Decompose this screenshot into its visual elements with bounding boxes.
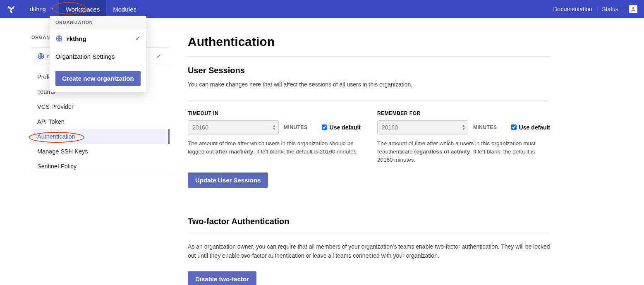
- timeout-unit: MINUTES: [284, 125, 308, 130]
- sidebar-item-api-token[interactable]: API Token: [31, 114, 170, 129]
- org-switcher-label: rkthng: [30, 6, 46, 12]
- sidebar-item-authentication[interactable]: Authentication: [31, 129, 170, 144]
- update-user-sessions-button[interactable]: Update User Sessions: [188, 172, 268, 188]
- timeout-use-default[interactable]: Use default: [322, 124, 361, 131]
- two-factor-intro: As an organization owner, you can requir…: [188, 242, 550, 260]
- remember-use-default[interactable]: Use default: [511, 124, 550, 131]
- sidebar-item-sentinel-policy[interactable]: Sentinel Policy: [31, 159, 170, 174]
- divider: [188, 234, 550, 234]
- remember-input[interactable]: [377, 120, 468, 134]
- org-dropdown-item-label: rkthng: [67, 35, 86, 42]
- create-new-organization-button[interactable]: Create new organization: [55, 71, 141, 86]
- timeout-help: The amount of time after which users in …: [188, 139, 361, 156]
- terraform-logo-icon[interactable]: [7, 4, 17, 14]
- remember-unit: MINUTES: [473, 125, 497, 130]
- check-icon: ✓: [135, 35, 141, 42]
- timeout-field: TIMEOUT IN ▲▼ MINUTES Use default The am…: [188, 110, 361, 165]
- org-dropdown-header: ORGANIZATION: [50, 16, 146, 29]
- user-sessions-intro: You can make changes here that will affe…: [188, 80, 550, 89]
- sidebar-item-manage-ssh-keys[interactable]: Manage SSH Keys: [31, 144, 170, 159]
- org-dropdown-create-action: Create new organization: [50, 65, 146, 92]
- stepper-icon[interactable]: ▲▼: [462, 124, 466, 131]
- sidebar-org-label: r: [47, 53, 49, 60]
- divider: [188, 56, 550, 57]
- main-content: Authentication User Sessions You can mak…: [170, 18, 567, 285]
- sidebar-item-vcs-provider[interactable]: VCS Provider: [31, 99, 170, 114]
- org-dropdown-item-rkthng[interactable]: rkthng ✓: [50, 29, 146, 48]
- nav-separator: |: [596, 6, 598, 12]
- two-factor-section: Two-factor Authentication As an organiza…: [188, 217, 550, 285]
- nav-link-status[interactable]: Status: [602, 6, 618, 12]
- timeout-input[interactable]: [188, 120, 279, 134]
- org-dropdown: ORGANIZATION rkthng ✓ Organization Setti…: [50, 16, 146, 92]
- user-avatar-icon[interactable]: [629, 5, 637, 13]
- globe-icon: [55, 35, 63, 42]
- remember-label: REMEMBER FOR: [377, 110, 550, 116]
- divider: [188, 100, 550, 101]
- disable-two-factor-button[interactable]: Disable two-factor: [188, 271, 256, 285]
- page-title: Authentication: [188, 35, 550, 49]
- remember-help: The amount of time after which a users i…: [377, 139, 550, 165]
- two-factor-heading: Two-factor Authentication: [188, 217, 550, 226]
- user-sessions-heading: User Sessions: [188, 66, 550, 75]
- svg-point-0: [632, 7, 634, 9]
- timeout-default-checkbox[interactable]: [322, 125, 327, 130]
- nav-link-documentation[interactable]: Documentation: [553, 6, 592, 12]
- org-dropdown-settings-link[interactable]: Organization Settings: [50, 48, 146, 65]
- check-icon: ✓: [156, 53, 161, 60]
- remember-field: REMEMBER FOR ▲▼ MINUTES Use default The …: [377, 110, 550, 165]
- timeout-label: TIMEOUT IN: [188, 110, 361, 116]
- remember-default-checkbox[interactable]: [511, 125, 517, 130]
- stepper-icon[interactable]: ▲▼: [272, 124, 276, 131]
- chevron-down-icon: [49, 6, 54, 12]
- globe-icon: [37, 53, 45, 60]
